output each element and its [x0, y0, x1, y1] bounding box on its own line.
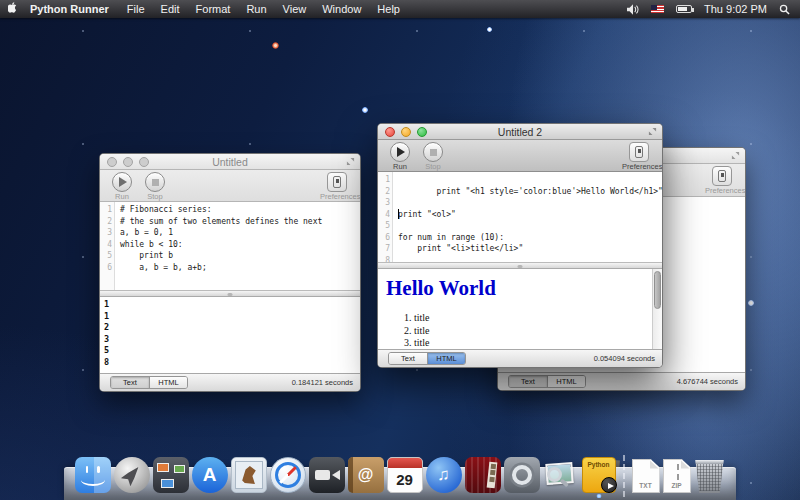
dock-item-mission-control[interactable] — [153, 457, 189, 493]
stop-button[interactable]: Stop — [416, 142, 450, 171]
battery-menu-extra[interactable] — [676, 5, 692, 13]
list-item: title — [414, 312, 662, 325]
dock-item-python-runner[interactable]: Python — [582, 457, 616, 493]
mission-control-icon — [161, 479, 174, 488]
menu-app-name[interactable]: Python Runner — [30, 3, 109, 15]
menu-view[interactable]: View — [283, 3, 307, 15]
preferences-button[interactable]: Preferences — [622, 142, 656, 171]
fullscreen-icon[interactable] — [731, 151, 740, 160]
window2-title: Untitled 2 — [498, 126, 542, 138]
dock-item-app-store[interactable]: A — [192, 457, 228, 493]
dock-item-address-book[interactable]: @ — [348, 457, 384, 493]
run-button[interactable]: Run — [105, 172, 139, 201]
apple-menu[interactable] — [0, 2, 26, 17]
scrollbar-thumb[interactable] — [654, 271, 661, 309]
volume-icon — [627, 4, 639, 15]
window3-bottom-bar: Text HTML 4.676744 seconds — [498, 372, 745, 390]
execution-time: 0.184121 seconds — [292, 378, 353, 387]
close-button[interactable] — [385, 127, 395, 137]
window2-splitter[interactable] — [378, 262, 662, 269]
menu-window[interactable]: Window — [322, 3, 361, 15]
trash-icon — [694, 460, 726, 464]
window1-toolbar: Run Stop Preferences — [100, 170, 360, 202]
window1-output-mode-tabs: Text HTML — [110, 376, 188, 389]
tab-text[interactable]: Text — [111, 377, 149, 388]
zip-file-icon: ZIP — [664, 482, 690, 489]
code-text[interactable]: print "<h1 style='color:blue'>Hello Worl… — [393, 172, 662, 262]
dock-divider — [619, 455, 629, 493]
dock-item-zip-document[interactable]: ZIP — [663, 459, 691, 493]
dock-item-system-preferences[interactable] — [504, 457, 540, 493]
running-indicator — [596, 494, 602, 498]
spotlight-menu-extra[interactable] — [779, 4, 790, 15]
menu-file[interactable]: File — [127, 3, 145, 15]
window2-output-area[interactable]: Hello World title title title title titl… — [378, 269, 662, 349]
stop-icon — [152, 179, 159, 186]
dock-item-facetime[interactable] — [309, 457, 345, 493]
dock-item-safari[interactable] — [270, 457, 306, 493]
window-untitled-2[interactable]: Untitled 2 Run Stop Preferences 1 2 3 4 … — [377, 123, 663, 368]
fullscreen-icon[interactable] — [648, 127, 657, 136]
preferences-button[interactable]: Preferences — [705, 166, 739, 195]
app-store-icon: A — [203, 464, 217, 486]
dock-item-mail[interactable] — [231, 457, 267, 493]
window2-traffic-lights — [385, 127, 427, 137]
menu-run[interactable]: Run — [246, 3, 266, 15]
play-icon — [119, 177, 127, 187]
clock-menu-extra[interactable]: Thu 9:02 PM — [704, 3, 767, 15]
fullscreen-icon[interactable] — [346, 157, 355, 166]
input-source-menu-extra[interactable] — [651, 5, 664, 13]
volume-menu-extra[interactable] — [627, 4, 639, 15]
us-flag-icon — [651, 5, 664, 13]
window1-output-area[interactable]: 1 1 2 3 5 8 — [100, 297, 360, 373]
output-text: 1 1 2 3 5 8 — [100, 297, 360, 368]
menu-bar: Python Runner File Edit Format Run View … — [0, 0, 800, 18]
window2-toolbar: Run Stop Preferences — [378, 140, 662, 172]
window1-title-bar[interactable]: Untitled — [100, 154, 360, 170]
dock: A @ 29 ♫ Python TXT ZIP — [64, 446, 736, 500]
zoom-button[interactable] — [417, 127, 427, 137]
tab-html[interactable]: HTML — [547, 376, 585, 387]
tab-html[interactable]: HTML — [149, 377, 187, 388]
dock-item-launchpad[interactable] — [114, 457, 150, 493]
window-untitled[interactable]: Untitled Run Stop Preferences 1 2 3 4 5 … — [99, 153, 361, 392]
execution-time: 0.054094 seconds — [594, 354, 655, 363]
run-button[interactable]: Run — [383, 142, 417, 171]
rendered-ordered-list: title title title title title title — [378, 312, 662, 349]
txt-file-icon: TXT — [633, 482, 659, 489]
menu-edit[interactable]: Edit — [161, 3, 180, 15]
dock-item-preview[interactable] — [543, 457, 579, 493]
stop-button[interactable]: Stop — [138, 172, 172, 201]
window1-splitter[interactable] — [100, 290, 360, 297]
preferences-icon — [333, 176, 341, 188]
video-camera-icon — [332, 470, 340, 480]
gear-icon — [512, 465, 532, 485]
dock-item-txt-document[interactable]: TXT — [632, 459, 660, 493]
preferences-button[interactable]: Preferences — [320, 172, 354, 201]
dock-item-trash[interactable] — [694, 460, 726, 493]
line-numbers: 1 2 3 4 5 6 7 8 — [378, 172, 393, 262]
window1-code-editor[interactable]: 1 2 3 4 5 6 # Fibonacci series: # the su… — [100, 202, 360, 290]
dock-item-itunes[interactable]: ♫ — [426, 457, 462, 493]
execution-time: 4.676744 seconds — [677, 377, 738, 386]
zoom-button[interactable] — [139, 157, 149, 167]
dock-item-ical[interactable]: 29 — [387, 457, 423, 493]
dock-item-finder[interactable] — [75, 457, 111, 493]
tab-html[interactable]: HTML — [427, 353, 465, 364]
menu-format[interactable]: Format — [196, 3, 231, 15]
splitter-grip-icon — [228, 293, 233, 296]
code-text[interactable]: # Fibonacci series: # the sum of two ele… — [115, 202, 360, 290]
minimize-button[interactable] — [123, 157, 133, 167]
dock-item-photo-booth[interactable] — [465, 457, 501, 493]
preferences-icon — [718, 170, 726, 182]
stop-icon — [430, 149, 437, 156]
window2-title-bar[interactable]: Untitled 2 — [378, 124, 662, 140]
menu-help[interactable]: Help — [377, 3, 400, 15]
minimize-button[interactable] — [401, 127, 411, 137]
spotlight-search-icon — [779, 4, 790, 15]
vertical-scrollbar[interactable] — [652, 269, 662, 349]
tab-text[interactable]: Text — [509, 376, 547, 387]
window2-code-editor[interactable]: 1 2 3 4 5 6 7 8 print "<h1 style='color:… — [378, 172, 662, 262]
tab-text[interactable]: Text — [389, 353, 427, 364]
close-button[interactable] — [107, 157, 117, 167]
